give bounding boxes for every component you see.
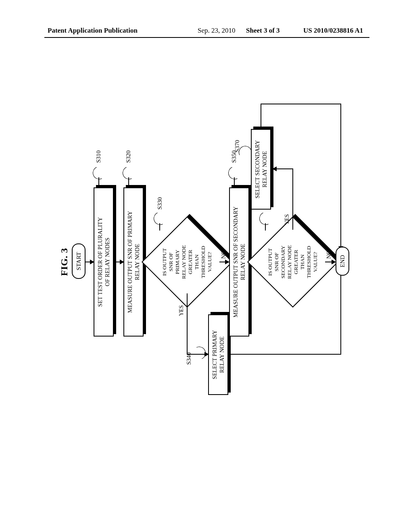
page: Patent Application Publication Sep. 23, … — [0, 0, 413, 532]
flow-line — [340, 104, 341, 251]
header-pubno: US 2010/0238816 A1 — [303, 27, 363, 35]
label-yes: YES — [178, 305, 185, 316]
step-code-s340: S340 — [186, 352, 192, 365]
figure-label: FIG. 3 — [59, 56, 70, 468]
header-sheet: Sheet 3 of 3 — [246, 27, 280, 35]
leader-arc — [152, 210, 168, 227]
leader-arc — [91, 164, 107, 181]
process-text: SET TEST ORDER OF PLURALITY OF RELAY NOD… — [96, 217, 111, 307]
flow-line — [261, 104, 261, 128]
leader-line — [265, 223, 266, 231]
terminator-start: START — [72, 243, 86, 279]
leader-arc — [226, 164, 243, 181]
process-s370: SELECT SECONDARY RELAY NODE — [251, 129, 271, 210]
decision-s360: IS OUTPUT SNR OF SECONDARY RELAY NODE GR… — [261, 230, 325, 294]
decision-text: IS OUTPUT SNR OF PRIMARY RELAY NODE GREA… — [161, 241, 213, 283]
leader-arc — [121, 164, 137, 181]
flow-line — [187, 293, 188, 355]
page-header: Patent Application Publication Sep. 23, … — [0, 27, 413, 36]
flow-line — [229, 354, 340, 355]
leader-arc — [191, 345, 207, 361]
process-text: SELECT PRIMARY RELAY NODE — [211, 330, 225, 379]
flow-line — [276, 168, 293, 169]
decision-text: IS OUTPUT SNR OF SECONDARY RELAY NODE GR… — [267, 241, 318, 283]
step-code-s330: S330 — [156, 197, 163, 210]
decision-s330: IS OUTPUT SNR OF PRIMARY RELAY NODE GREA… — [155, 230, 219, 294]
process-s320: MEASURE OUTPUT SNR OF PRIMARY RELAY NODE — [123, 187, 144, 337]
process-s310: SET TEST ORDER OF PLURALITY OF RELAY NOD… — [94, 187, 114, 337]
label-no: NO — [326, 251, 332, 259]
header-publication: Patent Application Publication — [48, 27, 138, 35]
label-yes: YES — [284, 214, 290, 225]
terminator-end-text: END — [339, 255, 346, 268]
process-text: MEASURE OUTPUT SNR OF SECONDARY RELAY NO… — [232, 206, 246, 317]
step-code-s320: S320 — [125, 150, 132, 163]
flow-line — [292, 169, 293, 230]
header-rule — [44, 37, 369, 38]
process-s350: MEASURE OUTPUT SNR OF SECONDARY RELAY NO… — [229, 187, 249, 337]
terminator-end: END — [336, 247, 349, 276]
label-no: NO — [221, 251, 227, 259]
terminator-start-text: START — [75, 252, 82, 270]
process-s340: SELECT PRIMARY RELAY NODE — [208, 314, 228, 395]
step-code-s310: S310 — [95, 150, 102, 163]
process-text: SELECT SECONDARY RELAY NODE — [254, 140, 268, 198]
process-text: MEASURE OUTPUT SNR OF PRIMARY RELAY NODE — [126, 211, 141, 313]
flowchart: FIG. 3 START SET TEST ORDER OF PLURALITY… — [53, 56, 360, 468]
header-date: Sep. 23, 2010 — [198, 27, 236, 35]
flow-line — [340, 272, 341, 355]
flow-line — [261, 104, 341, 104]
